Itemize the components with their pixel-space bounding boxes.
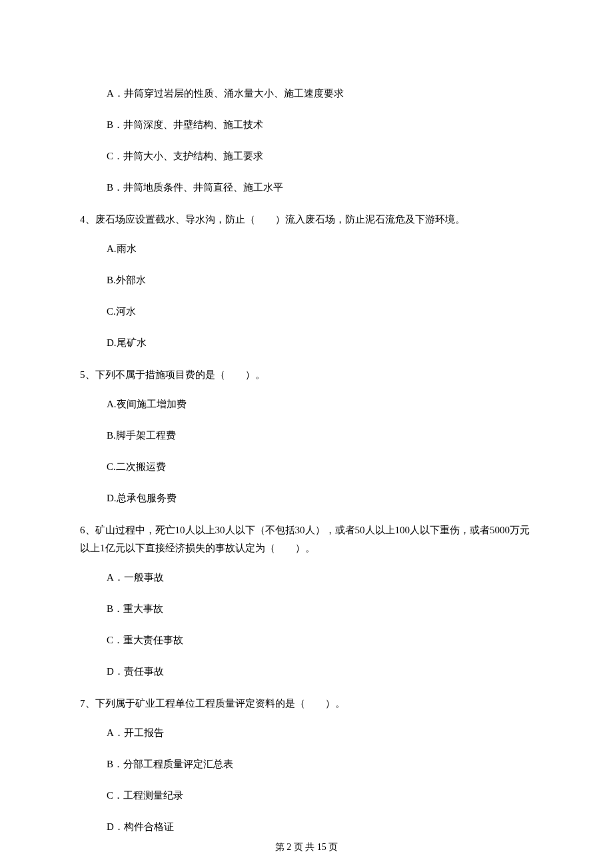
q5-option-d: D.总承包服务费 — [107, 487, 533, 509]
q6-stem: 6、矿山过程中，死亡10人以上30人以下（不包括30人），或者50人以上100人… — [80, 521, 533, 557]
q4-option-a: A.雨水 — [107, 238, 533, 260]
q5-stem: 5、下列不属于措施项目费的是（ ）。 — [80, 366, 533, 384]
q3-option-d: B．井筒地质条件、井筒直径、施工水平 — [107, 177, 533, 199]
q7-option-a: A．开工报告 — [107, 722, 533, 744]
q3-option-a: A．井筒穿过岩层的性质、涌水量大小、施工速度要求 — [107, 83, 533, 105]
q6-option-d: D．责任事故 — [107, 661, 533, 683]
q3-option-c: C．井筒大小、支护结构、施工要求 — [107, 145, 533, 167]
q4-option-d: D.尾矿水 — [107, 332, 533, 354]
q7-option-b: B．分部工程质量评定汇总表 — [107, 753, 533, 775]
q4-option-c: C.河水 — [107, 301, 533, 323]
q4-option-b: B.外部水 — [107, 269, 533, 291]
q3-option-b: B．井筒深度、井壁结构、施工技术 — [107, 114, 533, 136]
q5-option-c: C.二次搬运费 — [107, 456, 533, 478]
q7-option-c: C．工程测量纪录 — [107, 785, 533, 807]
q6-option-b: B．重大事故 — [107, 598, 533, 620]
q5-option-b: B.脚手架工程费 — [107, 425, 533, 447]
q6-option-a: A．一般事故 — [107, 567, 533, 589]
page-footer: 第 2 页 共 15 页 — [0, 840, 613, 854]
q6-option-c: C．重大责任事故 — [107, 629, 533, 651]
q4-stem: 4、废石场应设置截水、导水沟，防止（ ）流入废石场，防止泥石流危及下游环境。 — [80, 211, 533, 229]
q5-option-a: A.夜间施工增加费 — [107, 393, 533, 415]
q7-option-d: D．构件合格证 — [107, 816, 533, 838]
page-container: A．井筒穿过岩层的性质、涌水量大小、施工速度要求 B．井筒深度、井壁结构、施工技… — [0, 0, 613, 868]
q7-stem: 7、下列属于矿业工程单位工程质量评定资料的是（ ）。 — [80, 695, 533, 713]
